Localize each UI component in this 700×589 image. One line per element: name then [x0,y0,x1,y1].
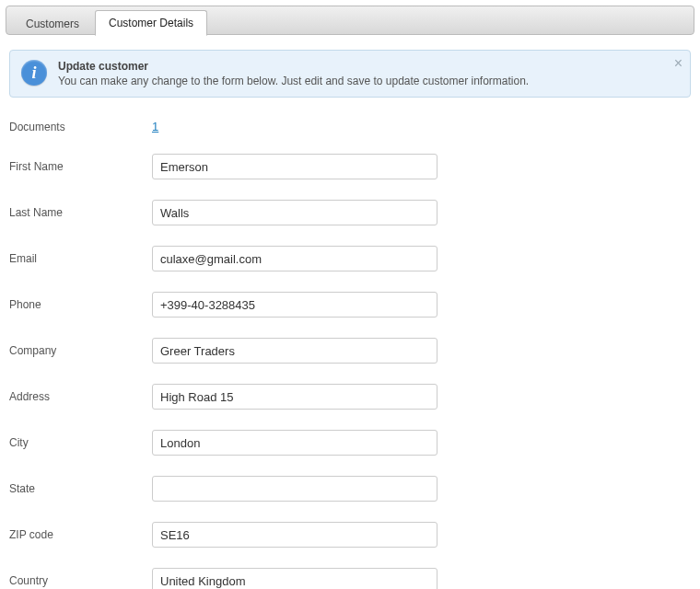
label-phone: Phone [9,298,152,311]
info-banner: i Update customer You can make any chang… [9,50,691,98]
address-field[interactable] [152,384,438,410]
first-name-field[interactable] [152,154,438,179]
content-area: i Update customer You can make any chang… [6,35,694,589]
documents-link[interactable]: 1 [152,120,158,133]
row-phone: Phone [9,292,691,318]
row-last-name: Last Name [9,200,691,225]
phone-field[interactable] [152,292,438,318]
row-first-name: First Name [9,154,691,179]
label-country: Country [9,574,152,587]
label-city: City [9,436,152,449]
city-field[interactable] [152,430,438,456]
row-company: Company [9,338,691,364]
email-field[interactable] [152,246,438,271]
label-last-name: Last Name [9,206,152,219]
row-state: State [9,476,691,502]
zip-field[interactable] [152,522,438,548]
label-first-name: First Name [9,160,152,173]
row-email: Email [9,246,691,271]
country-field[interactable] [152,568,438,589]
info-body: You can make any change to the form belo… [58,75,529,87]
company-field[interactable] [152,338,438,364]
info-title: Update customer [58,60,529,73]
row-city: City [9,430,691,456]
row-documents: Documents 1 [9,120,691,133]
label-documents: Documents [9,121,152,133]
label-email: Email [9,252,152,265]
label-address: Address [9,390,152,403]
info-icon: i [21,60,47,86]
row-zip: ZIP code [9,522,691,548]
row-address: Address [9,384,691,410]
close-icon[interactable]: × [674,56,682,71]
info-text: Update customer You can make any change … [58,60,529,87]
label-zip: ZIP code [9,528,152,541]
row-country: Country [9,568,691,589]
tab-customer-details[interactable]: Customer Details [95,10,207,36]
tab-customers[interactable]: Customers [12,11,93,36]
label-company: Company [9,344,152,357]
state-field[interactable] [152,476,438,502]
label-state: State [9,482,152,495]
tab-bar: Customers Customer Details [6,6,694,35]
last-name-field[interactable] [152,200,438,225]
